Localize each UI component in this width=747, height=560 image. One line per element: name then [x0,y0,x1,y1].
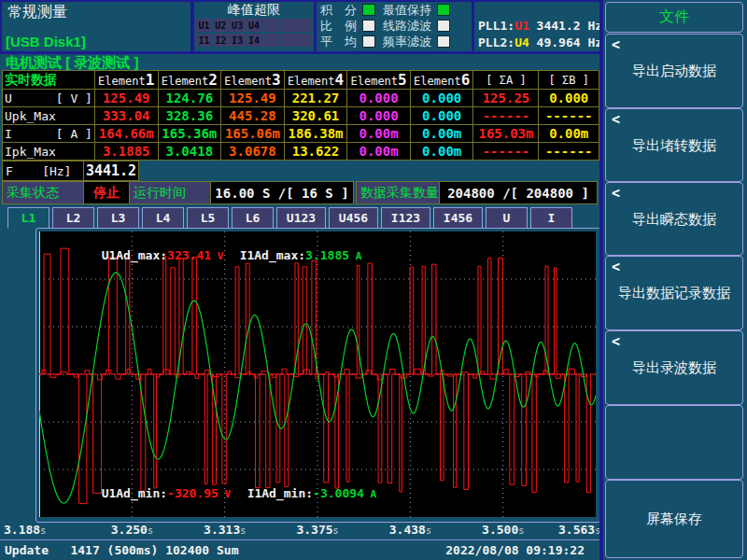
tab-i123[interactable]: I123 [381,207,430,229]
peak-cell-i4: I4 [247,34,262,47]
pll-value: 3441.2 Hz [529,19,602,33]
softkey-label: 导出数据记录数据 [606,285,742,302]
softkey-label: 导出瞬态数据 [606,210,742,228]
x-tick-label: 3.188s [4,523,46,537]
indicator-row: 积 分最值保持 [317,2,472,18]
column-header-element4: Element4 [284,71,347,90]
table-value: ------ [473,143,539,161]
i-min-unit: A [364,488,376,500]
tab-u456[interactable]: U456 [329,207,378,229]
indicator-left-label: 积 分 [320,2,357,19]
column-header-number: 4 [334,71,344,89]
peak-cell-u4: U4 [247,19,262,32]
update-counter: Update 1417 (500ms) 102400 Sum [5,543,238,557]
table-value: 3.1885 [94,143,158,161]
pll1-readout: PLL1:U1 3441.2 Hz [478,19,602,33]
sample-count-label: 数据采集数量 [356,181,444,204]
peak-cell-i1: I1 [196,34,212,47]
waveform-chart: U1Ad_max:323.41 V I1Ad_max:3.1885 A U1Ad… [39,231,596,517]
table-value: 445.28 [221,107,285,125]
tab-u[interactable]: U [486,207,528,229]
peak-cell-u1: U1 [196,19,212,32]
usb-disk-label: [USB Disk1] [6,34,86,49]
tab-l4[interactable]: L4 [142,207,184,229]
peak-cell-u3: U3 [230,19,246,32]
softkey-button-2[interactable]: <导出堵转数据 [605,108,743,182]
x-tick-label: 3.250s [111,523,153,537]
tab-l6[interactable]: L6 [232,207,274,229]
status-bar: Update 1417 (500ms) 102400 Sum 2022/08/0… [0,539,601,560]
pll-value: 49.964 Hz [529,35,602,49]
back-arrow-icon: < [612,36,620,53]
waveform-panel: U1Ad_max:323.41 V I1Ad_max:3.1885 A U1Ad… [35,228,601,523]
peak-cell-u2: U2 [213,19,229,32]
x-tick-label: 3.438s [389,523,431,537]
table-value: 164.66m [94,125,158,143]
row-label: Ipk_Max [3,143,95,161]
column-header-text: [ ΣA ] [486,74,526,87]
peak-overlimit-row-voltage: U1U2U3U4 [196,19,312,32]
column-header-text: Element [162,75,209,88]
tab-l1[interactable]: L1 [7,207,49,229]
i-max-unit: A [349,250,361,262]
softkey-button-4[interactable]: <导出数据记录数据 [605,256,743,330]
softkey-button-empty[interactable] [605,405,743,480]
table-value: 124.76 [158,90,221,107]
tab-l3[interactable]: L3 [97,207,139,229]
tab-i456[interactable]: I456 [433,207,483,229]
column-header-text: Element [414,75,461,88]
i-max-name: I1Ad_max: [240,248,305,262]
indicator-row: 平 均频率滤波 [317,34,472,49]
softkey-button-3[interactable]: <导出瞬态数据 [605,182,743,256]
peak-overlimit-title: 峰值超限 [194,2,314,18]
table-value: 165.03m [473,125,539,143]
softkey-button-1[interactable]: <导出启动数据 [605,34,743,108]
i-max-readout: I1Ad_max:3.1885 A [181,234,361,276]
indicator-right-label: 线路滤波 [383,18,431,35]
table-value: 0.00m [539,125,599,143]
peak-cell-empty [262,34,278,47]
row-label: I [ A ] [3,125,95,143]
table-value: 186.38m [284,125,347,143]
acq-status-label: 采集状态 [2,181,88,204]
column-header-element5: Element5 [347,71,411,90]
table-value: 0.00m [410,125,473,143]
pll-source: U1 [514,19,529,33]
tab-u123[interactable]: U123 [276,207,326,229]
u-min-name: U1Ad_min: [102,486,167,500]
table-value: 0.000 [539,90,599,107]
sample-count-value: 204800 /[ 204800 ] [439,181,598,204]
power-analyzer-screen: 常规测量 [USB Disk1] 峰值超限 U1U2U3U4 I1I2I3I4 … [0,0,747,560]
table-value: ------ [539,143,599,161]
column-header-element2: Element2 [158,71,221,90]
peak-cell-empty [296,34,312,47]
row-label: Upk_Max [3,107,95,125]
pll-name: PLL1: [478,19,514,33]
column-header-sigma-a: [ ΣA ] [473,71,539,90]
realtime-data-table: 实时数据Element1Element2Element3Element4Elem… [2,70,599,161]
table-value: 0.00m [347,143,411,161]
peak-cell-i3: I3 [230,34,246,47]
indicator-right-led [437,35,450,48]
measurement-indicators-panel: 积 分最值保持比 例线路滤波平 均频率滤波 [317,2,472,51]
table-value: 3.0418 [158,143,221,161]
table-value: 13.622 [284,143,347,161]
indicator-left-led [362,20,375,32]
table-value: 165.06m [221,125,285,143]
peak-cell-empty [279,34,295,47]
i-max-value: 3.1885 [305,248,349,262]
back-arrow-icon: < [612,185,620,202]
softkey-button-7[interactable]: 屏幕保存 [605,480,743,558]
table-value: 328.36 [158,107,221,125]
tab-l5[interactable]: L5 [187,207,229,229]
tab-l2[interactable]: L2 [52,207,94,229]
indicator-left-led [362,35,375,48]
table-value: 0.00m [347,125,411,143]
indicator-left-label: 平 均 [320,34,357,50]
table-value: 125.49 [94,90,158,107]
pll-panel: PLL1:U1 3441.2 Hz PLL2:U4 49.964 Hz [474,2,599,51]
tab-i[interactable]: I [530,207,572,229]
indicator-right-led [437,4,450,16]
softkey-button-5[interactable]: <导出录波数据 [605,330,743,405]
softkey-menu-title: 文件 [605,2,743,33]
